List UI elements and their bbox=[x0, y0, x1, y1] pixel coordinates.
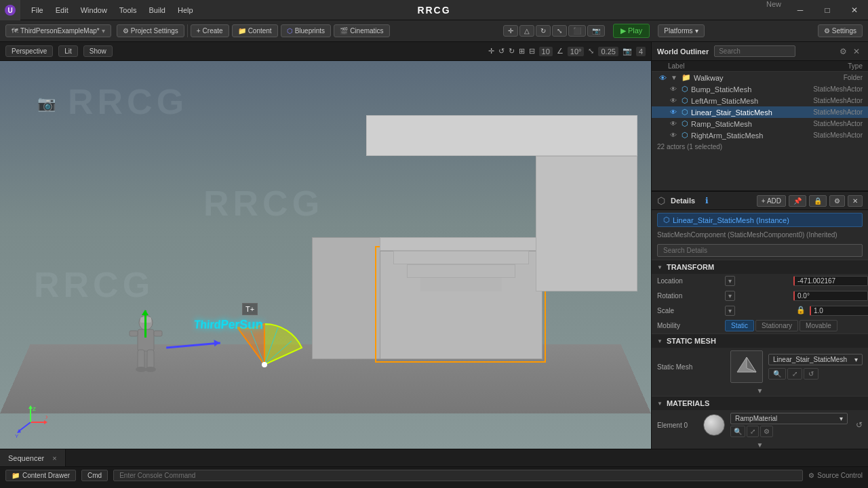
outliner-item-linear-stair[interactable]: 👁 ⬡ Linear_Stair_StaticMesh StaticMeshAc… bbox=[652, 106, 868, 118]
menu-file[interactable]: File bbox=[26, 3, 49, 17]
eye-icon[interactable]: 👁 bbox=[657, 74, 668, 82]
location-x-input[interactable] bbox=[793, 276, 868, 286]
menu-tools[interactable]: Tools bbox=[114, 3, 142, 17]
sequencer-tab[interactable]: Sequencer × bbox=[0, 449, 66, 466]
mesh-reset-button[interactable]: ↺ bbox=[804, 368, 818, 380]
details-settings-button[interactable]: ⚙ bbox=[829, 195, 845, 207]
materials-expand[interactable]: ▼ bbox=[652, 440, 868, 449]
outliner-folder-walkway[interactable]: 👁 ▼ 📁 Walkway Folder bbox=[652, 72, 868, 83]
static-mesh-expand[interactable]: ▼ bbox=[652, 386, 868, 396]
outliner-close-icon[interactable]: ✕ bbox=[850, 45, 863, 58]
eye-icon[interactable]: 👁 bbox=[668, 131, 679, 139]
grid-snap-icon[interactable]: ⊟ bbox=[529, 47, 535, 56]
content-button[interactable]: 📁 Content bbox=[232, 24, 278, 37]
cinematics-button[interactable]: 🎬 Cinematics bbox=[334, 24, 389, 37]
rotation-value[interactable]: 10° bbox=[568, 47, 585, 56]
menu-build[interactable]: Build bbox=[144, 3, 171, 17]
content-drawer-button[interactable]: 📁 Content Drawer bbox=[5, 470, 76, 481]
details-lock-button[interactable]: 🔒 bbox=[809, 195, 827, 207]
mesh-icon: ⬡ bbox=[682, 131, 688, 140]
transform-tool[interactable]: ⬛ bbox=[568, 25, 586, 37]
outliner-item-bump[interactable]: 👁 ⬡ Bump_StaticMesh StaticMeshActor bbox=[652, 83, 868, 95]
window-controls: New ─ □ ✕ bbox=[761, 0, 868, 20]
scale-lock-icon[interactable]: 🔒 bbox=[793, 306, 808, 316]
static-mesh-section-header[interactable]: ▼ STATIC MESH bbox=[652, 333, 868, 348]
viewport-canvas: RRCG RRCG RRCG RRCG bbox=[0, 61, 651, 449]
location-values: ▾ ↺ bbox=[725, 276, 868, 286]
redo-icon[interactable]: ↻ bbox=[509, 47, 515, 56]
camera-icon[interactable]: 📷 bbox=[623, 47, 632, 56]
search-details-input[interactable] bbox=[657, 244, 863, 257]
mesh-icon: ⬡ bbox=[682, 108, 688, 117]
material-use-button[interactable]: ⤢ bbox=[747, 426, 759, 437]
location-dropdown[interactable]: ▾ bbox=[725, 276, 735, 286]
movable-mobility-button[interactable]: Movable bbox=[800, 320, 837, 331]
menu-help[interactable]: Help bbox=[172, 3, 199, 17]
transform-section-header[interactable]: ▼ TRANSFORM bbox=[652, 260, 868, 274]
camera-tool[interactable]: 📷 bbox=[587, 25, 605, 37]
map-tab[interactable]: 🗺 ThirdPersonExampleMap* ▾ bbox=[5, 24, 111, 37]
scale-value[interactable]: 0.25 bbox=[598, 47, 618, 56]
eye-icon[interactable]: 👁 bbox=[668, 97, 679, 104]
outliner-item-rightarm[interactable]: 👁 ⬡ RightArm_StaticMesh StaticMeshActor bbox=[652, 129, 868, 141]
show-button[interactable]: Show bbox=[83, 45, 113, 57]
console-input[interactable] bbox=[113, 470, 803, 481]
perspective-button[interactable]: Perspective bbox=[5, 45, 53, 57]
materials-section-header[interactable]: ▼ MATERIALS bbox=[652, 396, 868, 410]
add-component-button[interactable]: + ADD bbox=[757, 195, 786, 207]
svg-marker-13 bbox=[44, 420, 47, 424]
eye-icon[interactable]: 👁 bbox=[668, 120, 679, 127]
outliner-item-ramp[interactable]: 👁 ⬡ Ramp_StaticMesh StaticMeshActor bbox=[652, 118, 868, 129]
settings-button[interactable]: ⚙ Settings bbox=[818, 24, 863, 37]
grid-size-value[interactable]: 10 bbox=[539, 47, 553, 56]
surface-snapping-icon[interactable]: ⊞ bbox=[519, 47, 525, 56]
actor-name-field[interactable]: ⬡ Linear_Stair_StaticMesh (Instance) bbox=[657, 213, 863, 227]
outliner-filter-icon[interactable]: ⚙ bbox=[837, 45, 849, 58]
expand-arrow-icon[interactable]: ▼ bbox=[671, 74, 677, 81]
material-reset-button[interactable]: ↺ bbox=[856, 420, 863, 430]
static-mobility-button[interactable]: Static bbox=[725, 320, 754, 331]
minimize-button[interactable]: ─ bbox=[787, 0, 814, 20]
eye-icon[interactable]: 👁 bbox=[668, 85, 679, 93]
project-settings-button[interactable]: ⚙ Project Settings bbox=[117, 24, 184, 37]
blueprints-button[interactable]: ⬡ Blueprints bbox=[281, 24, 331, 37]
mesh-browse-button[interactable]: 🔍 bbox=[768, 368, 786, 380]
mesh-use-button[interactable]: ⤢ bbox=[787, 368, 802, 380]
scale-tool[interactable]: ⤡ bbox=[552, 25, 567, 37]
translate-tool[interactable]: △ bbox=[519, 25, 534, 37]
material-settings-button[interactable]: ⚙ bbox=[760, 426, 773, 437]
angle-snap-icon[interactable]: ∠ bbox=[557, 47, 564, 56]
stationary-mobility-button[interactable]: Stationary bbox=[755, 320, 798, 331]
details-close-button[interactable]: ✕ bbox=[848, 195, 863, 207]
sequencer-close-icon[interactable]: × bbox=[52, 454, 56, 462]
lit-button[interactable]: Lit bbox=[58, 45, 78, 57]
snap-value[interactable]: 4 bbox=[636, 47, 646, 56]
material-select[interactable]: RampMaterial ▾ bbox=[730, 413, 848, 424]
static-mesh-select[interactable]: Linear_Stair_StaticMesh ▾ bbox=[768, 354, 863, 365]
undo-icon[interactable]: ↺ bbox=[498, 47, 505, 56]
source-control[interactable]: ⚙ Source Control bbox=[808, 472, 863, 479]
maximize-button[interactable]: □ bbox=[814, 0, 841, 20]
scale-snap-icon[interactable]: ⤡ bbox=[588, 47, 594, 56]
outliner-item-leftarm[interactable]: 👁 ⬡ LeftArm_StaticMesh StaticMeshActor bbox=[652, 95, 868, 106]
rotation-dropdown[interactable]: ▾ bbox=[725, 291, 735, 301]
cursor-icon[interactable]: ✛ bbox=[488, 47, 494, 56]
info-icon[interactable]: ℹ bbox=[701, 195, 713, 207]
scale-x-input[interactable] bbox=[810, 306, 868, 316]
details-pin-button[interactable]: 📌 bbox=[789, 195, 806, 207]
close-button[interactable]: ✕ bbox=[841, 0, 868, 20]
create-button[interactable]: + Create bbox=[191, 24, 229, 37]
rotation-x-input[interactable] bbox=[793, 291, 868, 301]
select-tool[interactable]: ✛ bbox=[503, 25, 518, 37]
platforms-button[interactable]: Platforms ▾ bbox=[658, 24, 704, 37]
material-browse-button[interactable]: 🔍 bbox=[730, 426, 745, 437]
menu-window[interactable]: Window bbox=[75, 3, 113, 17]
viewport[interactable]: Perspective Lit Show ✛ ↺ ↻ ⊞ ⊟ 10 ∠ 10° … bbox=[0, 42, 651, 449]
outliner-search-input[interactable] bbox=[714, 45, 795, 57]
cmd-button[interactable]: Cmd bbox=[81, 470, 108, 481]
scale-dropdown[interactable]: ▾ bbox=[725, 306, 735, 316]
menu-edit[interactable]: Edit bbox=[50, 3, 74, 17]
rotate-tool[interactable]: ↻ bbox=[536, 25, 551, 37]
play-button[interactable]: ▶ Play bbox=[613, 24, 650, 38]
eye-icon[interactable]: 👁 bbox=[668, 108, 679, 116]
